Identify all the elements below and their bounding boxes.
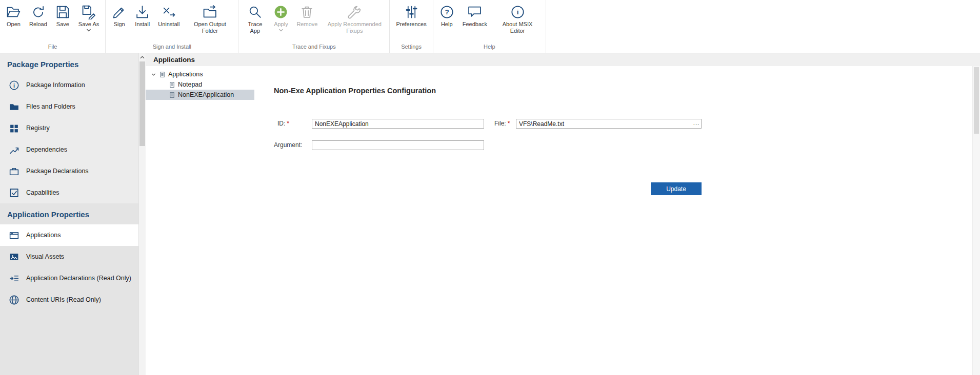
tree-node-applications-root[interactable]: Applications <box>146 69 254 79</box>
open-output-folder-icon <box>203 5 217 19</box>
browse-button[interactable]: ... <box>693 119 699 128</box>
trace-app-magnifier-icon <box>248 5 263 19</box>
feedback-button[interactable]: Feedback <box>458 4 491 29</box>
tree-node-notepad[interactable]: Notepad <box>146 79 254 90</box>
ribbon-group-sign-and-install: Sign Install Uninstall <box>106 0 238 53</box>
update-button[interactable]: Update <box>651 182 702 195</box>
svg-text:i: i <box>516 8 518 16</box>
sidebar-item-label: Registry <box>26 124 50 132</box>
sidebar-item-label: Dependencies <box>26 146 67 153</box>
sign-button-label: Sign <box>114 21 125 28</box>
preferences-button[interactable]: Preferences <box>392 4 430 29</box>
svg-text:?: ? <box>445 8 449 16</box>
required-marker: * <box>287 120 289 127</box>
package-icon <box>9 166 19 177</box>
scroll-up-button[interactable] <box>139 53 146 61</box>
ribbon-group-label-trace-and-fixups: Trace and Fixups <box>241 42 387 53</box>
reload-button-label: Reload <box>29 21 47 28</box>
sidebar-section-application-properties: Application Properties Applications Visu… <box>0 203 138 375</box>
sidebar-scrollbar[interactable] <box>138 53 146 375</box>
save-icon <box>55 5 70 19</box>
sidebar-section-title-package-properties: Package Properties <box>0 53 138 74</box>
argument-label: Argument: <box>274 140 302 150</box>
applications-tree: Applications Notepad NonEXEApplication <box>146 66 254 375</box>
ribbon-group-label-file: File <box>2 42 103 53</box>
app-list-icon <box>169 81 175 88</box>
sidebar-item-package-information[interactable]: i Package Information <box>0 74 138 96</box>
sidebar-item-package-declarations[interactable]: Package Declarations <box>0 160 138 182</box>
id-label-text: ID: <box>277 120 285 127</box>
save-button-label: Save <box>56 21 69 28</box>
sidebar-item-content-uris[interactable]: Content URIs (Read Only) <box>0 289 138 310</box>
save-as-icon <box>82 5 96 19</box>
sidebar-item-application-declarations[interactable]: Application Declarations (Read Only) <box>0 267 138 289</box>
save-button[interactable]: Save <box>51 4 74 29</box>
sidebar-item-files-and-folders[interactable]: Files and Folders <box>0 96 138 117</box>
content-scrollbar[interactable] <box>972 66 980 375</box>
apply-plus-icon <box>273 5 288 19</box>
help-button-label: Help <box>441 21 453 28</box>
svg-text:i: i <box>13 82 15 88</box>
argument-input[interactable] <box>312 140 484 150</box>
id-input[interactable] <box>312 119 484 129</box>
trash-icon <box>299 5 314 19</box>
file-input-wrapper: ... <box>516 119 702 129</box>
tree-node-label: Applications <box>168 71 203 78</box>
install-icon <box>135 5 150 19</box>
install-button[interactable]: Install <box>131 4 154 29</box>
open-output-folder-button-label: Open Output Folder <box>188 21 232 34</box>
sidebar-item-visual-assets[interactable]: Visual Assets <box>0 246 138 267</box>
ribbon-group-file: Open Reload Save <box>0 0 106 53</box>
sidebar-item-registry[interactable]: Registry <box>0 117 138 139</box>
globe-icon <box>9 295 19 305</box>
install-button-label: Install <box>135 21 150 28</box>
id-label: ID:* <box>277 119 289 129</box>
tree-expander-chevron-down-icon[interactable] <box>151 72 156 77</box>
help-button[interactable]: ? Help <box>435 4 458 29</box>
open-button[interactable]: Open <box>2 4 25 29</box>
arrow-into-list-icon <box>9 273 19 284</box>
sign-pencil-icon <box>112 5 127 19</box>
sidebar-item-capabilities[interactable]: Capabilities <box>0 182 138 203</box>
applications-window-icon <box>9 230 19 241</box>
sidebar-item-label: Visual Assets <box>26 253 64 260</box>
dependencies-icon <box>9 144 19 155</box>
form-title: Non-Exe Application Properties Configura… <box>274 87 436 95</box>
sidebar-item-label: Capabilities <box>26 189 59 196</box>
sign-button[interactable]: Sign <box>108 4 131 29</box>
argument-label-text: Argument: <box>274 141 302 149</box>
tree-node-label: Notepad <box>178 81 202 88</box>
save-as-button[interactable]: Save As <box>74 4 103 33</box>
feedback-button-label: Feedback <box>463 21 487 28</box>
reload-icon <box>31 5 46 19</box>
open-folder-icon <box>6 5 21 19</box>
open-output-folder-button[interactable]: Open Output Folder <box>184 4 236 35</box>
sidebar-item-label: Files and Folders <box>26 103 75 110</box>
registry-icon <box>9 123 19 134</box>
msix-editor-window: Open Reload Save <box>0 0 980 375</box>
uninstall-icon <box>162 5 176 19</box>
sliders-icon <box>404 5 419 19</box>
trace-app-button[interactable]: Trace App <box>241 4 269 35</box>
apply-recommended-fixups-button-label: Apply Recommended Fixups <box>326 21 383 34</box>
ribbon-group-label-settings: Settings <box>392 42 430 53</box>
sidebar-section-title-application-properties: Application Properties <box>0 203 138 224</box>
trace-app-button-label: Trace App <box>245 21 265 34</box>
about-msix-editor-button[interactable]: i About MSIX Editor <box>491 4 544 35</box>
sidebar-scrollbar-thumb[interactable] <box>139 61 145 146</box>
non-exe-properties-form: Non-Exe Application Properties Configura… <box>254 66 973 375</box>
chevron-down-icon[interactable] <box>86 29 91 32</box>
ribbon-group-label-sign-and-install: Sign and Install <box>108 42 236 53</box>
page-title-bar: Applications <box>146 53 980 66</box>
tree-node-nonexeapplication[interactable]: NonEXEApplication <box>146 90 254 100</box>
sidebar-item-dependencies[interactable]: Dependencies <box>0 139 138 160</box>
remove-fixup-button: Remove <box>292 4 322 29</box>
file-input[interactable] <box>516 119 702 129</box>
sidebar-item-applications[interactable]: Applications <box>0 224 138 246</box>
content-scrollbar-thumb[interactable] <box>974 67 979 134</box>
apply-recommended-fixups-button: Apply Recommended Fixups <box>322 4 387 35</box>
reload-button[interactable]: Reload <box>25 4 51 29</box>
sidebar-item-label: Package Declarations <box>26 168 89 175</box>
uninstall-button[interactable]: Uninstall <box>154 4 184 29</box>
image-icon <box>9 252 19 262</box>
